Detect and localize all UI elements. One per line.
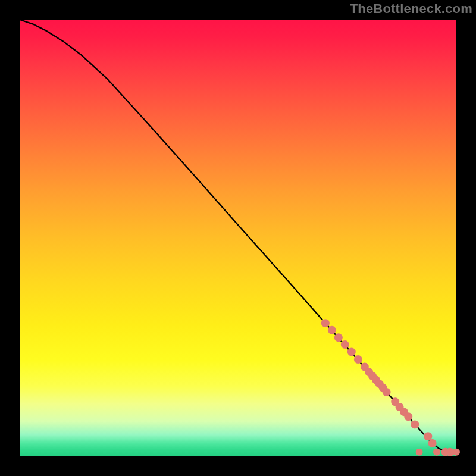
highlight-dots-group <box>321 319 460 456</box>
plot-svg <box>20 20 456 456</box>
data-point <box>321 319 330 327</box>
chart-frame: TheBottleneck.com <box>0 0 476 476</box>
data-point <box>347 348 356 356</box>
data-point <box>383 388 391 396</box>
curve-line <box>20 20 456 452</box>
data-point <box>334 333 343 342</box>
data-point <box>354 355 362 364</box>
watermark-text: TheBottleneck.com <box>350 1 472 17</box>
data-point <box>433 449 440 456</box>
data-point <box>328 326 336 334</box>
data-point <box>424 432 432 440</box>
data-point <box>341 340 349 349</box>
data-point <box>416 449 423 456</box>
data-point <box>404 412 412 421</box>
data-point <box>453 449 460 456</box>
data-point <box>411 420 419 428</box>
plot-area <box>20 20 456 456</box>
data-point <box>428 439 437 447</box>
